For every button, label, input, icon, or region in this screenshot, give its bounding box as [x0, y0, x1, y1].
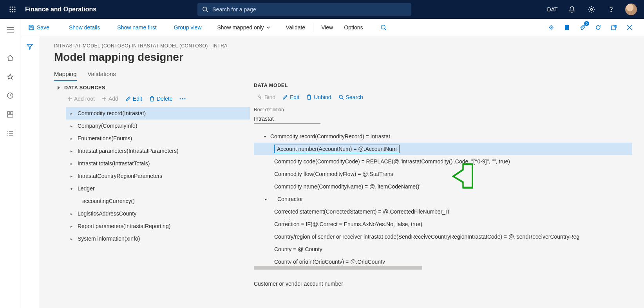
more-icon[interactable] [176, 97, 189, 101]
delete-button[interactable]: Delete [146, 94, 175, 103]
workspaces-icon[interactable] [0, 107, 20, 122]
notifications-icon[interactable] [563, 0, 581, 19]
tree-label: IntrastatCountryRegionParameters [78, 173, 162, 179]
svg-rect-26 [11, 112, 13, 114]
tree-row[interactable]: ▸Intrastat parameters(IntrastatParameter… [66, 145, 250, 157]
dm-item-label: Commodity name(CommodityName) = @.'itemC… [274, 183, 420, 190]
tab-mapping[interactable]: Mapping [54, 71, 77, 81]
search-input[interactable] [212, 6, 407, 13]
caret-right-icon[interactable]: ▸ [69, 212, 74, 216]
caret-right-icon[interactable]: ▸ [69, 136, 74, 141]
tree-label: Enumerations(Enums) [78, 135, 132, 141]
recent-icon[interactable] [0, 88, 20, 103]
favorites-icon[interactable] [0, 69, 20, 85]
company-picker[interactable]: DAT [543, 0, 562, 19]
dm-item[interactable]: Commodity name(CommodityName) = @.'itemC… [254, 180, 632, 193]
app-launcher-icon[interactable] [3, 0, 22, 19]
svg-point-1 [12, 6, 13, 7]
dm-search-button[interactable]: Search [335, 93, 366, 101]
dm-item-label: Contractor [277, 196, 303, 202]
search-box[interactable] [197, 3, 411, 16]
help-icon[interactable] [602, 0, 620, 19]
caret-right-icon[interactable]: ▸ [69, 149, 74, 153]
svg-line-16 [385, 29, 386, 30]
tree-row[interactable]: accountingCurrency() [66, 195, 250, 207]
svg-point-2 [14, 6, 15, 7]
edit-button[interactable]: Edit [122, 94, 145, 103]
hamburger-icon[interactable] [0, 22, 20, 38]
caret-down-icon[interactable]: ▾ [262, 134, 267, 139]
tree-row[interactable]: ▸LogisticsAddressCounty [66, 207, 250, 220]
root-definition-value[interactable]: Intrastat [254, 114, 320, 124]
caret-right-icon[interactable]: ▸ [69, 174, 74, 178]
modules-icon[interactable] [0, 125, 20, 141]
data-sources-tree: ▸Commodity record(Intrastat)▸Company(Com… [54, 107, 250, 245]
tree-row[interactable]: ▸Intrastat totals(IntrastatTotals) [66, 157, 250, 170]
dm-item[interactable]: ▸Contractor [254, 193, 632, 205]
dm-item[interactable]: County = @.County [254, 243, 632, 255]
show-details-button[interactable]: Show details [64, 19, 105, 36]
dm-item-label: Commodity code(CommodityCode) = REPLACE(… [274, 158, 510, 165]
caret-right-icon[interactable]: ▸ [69, 237, 74, 241]
caret-right-icon[interactable]: ▸ [263, 197, 268, 201]
filter-icon[interactable] [26, 43, 33, 308]
dm-item[interactable]: Corrected statement(CorrectedStatement) … [254, 205, 632, 218]
save-button[interactable]: Save [24, 19, 54, 36]
unbind-button[interactable]: Unbind [303, 93, 334, 101]
dm-edit-button[interactable]: Edit [279, 93, 302, 101]
dm-root-item[interactable]: ▾ Commodity record(CommodityRecord) = In… [254, 130, 632, 143]
caret-right-icon[interactable]: ▸ [69, 124, 74, 128]
tree-row[interactable]: ▸Enumerations(Enums) [66, 132, 250, 145]
caret-right-icon[interactable]: ▸ [69, 224, 74, 228]
tree-row[interactable]: ▸IntrastatCountryRegionParameters [66, 170, 250, 182]
svg-line-10 [206, 11, 208, 12]
svg-point-39 [182, 98, 183, 100]
show-mapped-only-dropdown[interactable]: Show mapped only [213, 19, 275, 36]
dm-item[interactable]: Correction = IF(@.Correct = Enums.AxNoYe… [254, 218, 632, 230]
validate-button[interactable]: Validate [281, 19, 310, 36]
svg-line-41 [259, 96, 260, 98]
drag-handle-icon[interactable]: ⋮⋮ [282, 216, 291, 223]
svg-rect-27 [7, 115, 13, 117]
office-icon[interactable] [559, 19, 574, 36]
tree-row[interactable]: ▸Company(CompanyInfo) [66, 120, 250, 132]
data-model-toolbar: Bind Edit Unbind Search [254, 93, 632, 101]
tree-row[interactable]: ▸System information(xInfo) [66, 232, 250, 245]
settings-icon[interactable] [582, 0, 601, 19]
dm-item-label: Corrected statement(CorrectedStatement) … [274, 208, 450, 215]
refresh-icon[interactable] [591, 19, 606, 36]
caret-down-icon[interactable]: ▾ [69, 187, 74, 191]
view-menu[interactable]: View [317, 19, 338, 36]
attachments-icon[interactable]: 0 [575, 19, 590, 36]
avatar[interactable] [625, 4, 637, 15]
dm-item[interactable]: County of origin(OrigCounty) = @.OrigCou… [254, 255, 632, 264]
caret-right-icon[interactable]: ▸ [69, 161, 74, 166]
tree-row[interactable]: ▸Report parameters(IntrastatReporting) [66, 220, 250, 232]
dm-item[interactable]: Commodity code(CommodityCode) = REPLACE(… [254, 155, 632, 168]
group-view-button[interactable]: Group view [169, 19, 206, 36]
top-nav: Finance and Operations DAT [0, 0, 644, 19]
dm-item[interactable]: Account number(AccountNum) = @.AccountNu… [254, 143, 632, 155]
options-menu[interactable]: Options [339, 19, 367, 36]
dm-item[interactable]: Country/region of sender or receiver int… [254, 230, 632, 243]
show-name-first-button[interactable]: Show name first [112, 19, 161, 36]
dm-item-label: Country/region of sender or receiver int… [274, 234, 579, 240]
home-icon[interactable] [0, 50, 20, 66]
dm-item[interactable]: Commodity flow(CommodityFlow) = @.StatTr… [254, 168, 632, 180]
find-icon[interactable] [376, 19, 391, 36]
tree-label: Commodity record(Intrastat) [78, 110, 146, 116]
svg-point-9 [203, 7, 207, 11]
horizontal-scrollbar[interactable] [254, 266, 422, 270]
collapse-icon[interactable] [54, 86, 64, 90]
caret-right-icon[interactable]: ▸ [69, 111, 74, 116]
svg-point-7 [12, 11, 13, 12]
svg-point-0 [9, 6, 11, 7]
add-button: Add [99, 94, 121, 103]
tree-row[interactable]: ▾Ledger [66, 182, 250, 195]
personalize-icon[interactable] [544, 19, 559, 36]
tab-validations[interactable]: Validations [88, 71, 116, 81]
dm-item-label: Account number(AccountNum) = @.AccountNu… [274, 145, 400, 153]
popout-icon[interactable] [606, 19, 621, 36]
close-icon[interactable] [622, 19, 637, 36]
tree-row[interactable]: ▸Commodity record(Intrastat) [66, 107, 250, 120]
